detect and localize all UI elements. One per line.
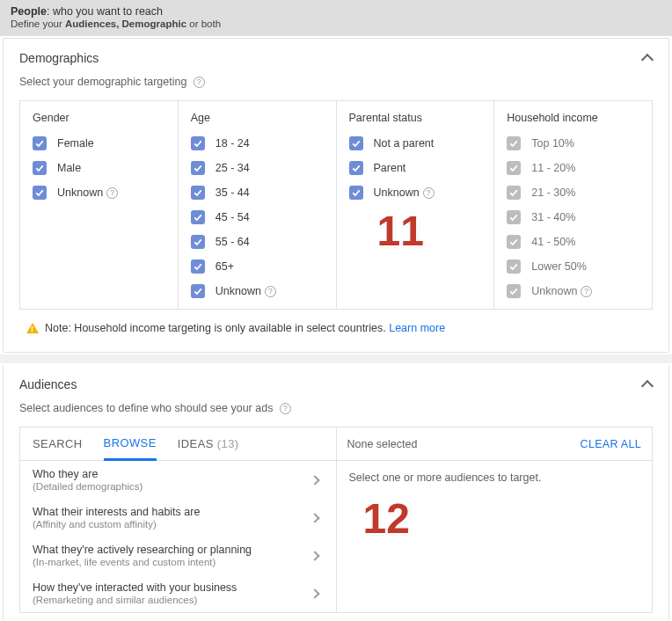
browse-item-title: What their interests and habits are xyxy=(33,506,200,518)
parental-option[interactable]: Unknown? xyxy=(349,186,482,200)
help-icon[interactable]: ? xyxy=(280,403,291,414)
audiences-card: Audiences Select audiences to define who… xyxy=(3,365,669,621)
chevron-right-icon xyxy=(310,551,319,560)
parental-option[interactable]: Parent xyxy=(349,161,482,175)
browse-item-subtitle: (Detailed demographics) xyxy=(33,481,142,492)
age-option[interactable]: 25 - 34 xyxy=(191,161,324,175)
help-icon[interactable]: ? xyxy=(265,286,276,297)
help-icon[interactable]: ? xyxy=(423,187,435,199)
clear-all-button[interactable]: CLEAR ALL xyxy=(581,438,641,450)
collapse-icon[interactable] xyxy=(642,379,653,390)
option-label: Female xyxy=(57,137,94,150)
annotation-12: 12 xyxy=(363,494,410,543)
browse-item-subtitle: (Affinity and custom affinity) xyxy=(33,519,200,530)
option-label: 31 - 40% xyxy=(531,211,575,223)
checkbox-icon[interactable] xyxy=(191,186,205,200)
chevron-right-icon xyxy=(310,588,319,598)
annotation-11: 11 xyxy=(377,207,424,255)
help-icon[interactable]: ? xyxy=(581,286,592,297)
age-option[interactable]: Unknown? xyxy=(191,284,324,298)
checkbox-icon[interactable] xyxy=(191,161,205,175)
checkbox-icon[interactable] xyxy=(191,284,205,298)
browse-item-title: How they've interacted with your busines… xyxy=(33,581,237,594)
demographics-grid: Gender FemaleMaleUnknown? Age 18 - 2425 … xyxy=(19,100,653,310)
option-label: 11 - 20% xyxy=(531,162,575,174)
option-label: 25 - 34 xyxy=(215,162,250,174)
checkbox-icon[interactable] xyxy=(33,186,47,200)
browse-item-subtitle: (Remarketing and similar audiences) xyxy=(33,595,237,605)
note-text: Note: Household income targeting is only… xyxy=(45,322,389,334)
browse-item[interactable]: How they've interacted with your busines… xyxy=(20,574,336,612)
income-option: 41 - 50% xyxy=(507,235,639,249)
income-header: Household income xyxy=(507,112,639,124)
header-title-bold: People xyxy=(11,5,47,18)
checkbox-icon xyxy=(507,284,521,298)
browse-item[interactable]: What they're actively researching or pla… xyxy=(20,537,336,574)
age-option[interactable]: 55 - 64 xyxy=(191,235,324,249)
option-label: Unknown xyxy=(215,285,261,297)
demographics-title: Demographics xyxy=(19,51,99,65)
income-column: Household income Top 10%11 - 20%21 - 30%… xyxy=(494,101,652,309)
option-label: Unknown xyxy=(374,186,420,199)
help-icon[interactable]: ? xyxy=(194,77,205,88)
gender-option[interactable]: Male xyxy=(33,161,165,175)
browse-item[interactable]: Who they are(Detailed demographics) xyxy=(20,461,336,499)
parental-option[interactable]: Not a parent xyxy=(349,136,482,150)
checkbox-icon[interactable] xyxy=(349,161,363,175)
browse-item-title: What they're actively researching or pla… xyxy=(33,544,252,556)
gender-option[interactable]: Female xyxy=(33,136,165,150)
demographics-card: Demographics Select your demographic tar… xyxy=(3,38,669,353)
tab-ideas[interactable]: IDEAS(13) xyxy=(178,427,239,460)
browse-item[interactable]: What their interests and habits are(Affi… xyxy=(20,499,336,537)
checkbox-icon xyxy=(507,259,521,274)
option-label: 65+ xyxy=(215,260,234,273)
checkbox-icon[interactable] xyxy=(191,235,205,249)
browse-list: Who they are(Detailed demographics)What … xyxy=(20,461,336,612)
learn-more-link[interactable]: Learn more xyxy=(389,322,445,334)
age-option[interactable]: 65+ xyxy=(191,259,324,274)
tab-search[interactable]: SEARCH xyxy=(33,427,83,460)
header-subtitle: Define your Audiences, Demographic or bo… xyxy=(11,18,661,29)
checkbox-icon[interactable] xyxy=(191,210,205,224)
checkbox-icon[interactable] xyxy=(349,136,363,150)
people-header: People: who you want to reach Define you… xyxy=(0,0,672,36)
option-label: 18 - 24 xyxy=(215,137,250,150)
checkbox-icon[interactable] xyxy=(191,136,205,150)
demographics-subtitle: Select your demographic targeting ? xyxy=(19,76,653,88)
age-option[interactable]: 18 - 24 xyxy=(191,136,324,150)
parental-column: Parental status Not a parentParentUnknow… xyxy=(337,101,495,309)
header-title: People: who you want to reach xyxy=(11,5,661,18)
checkbox-icon[interactable] xyxy=(33,136,47,150)
checkbox-icon[interactable] xyxy=(349,186,363,200)
none-selected-label: None selected xyxy=(347,438,418,450)
audiences-left-panel: SEARCH BROWSE IDEAS(13) Who they are(Det… xyxy=(20,427,337,612)
help-icon[interactable]: ? xyxy=(106,187,118,199)
age-option[interactable]: 35 - 44 xyxy=(191,186,324,200)
empty-state-message: Select one or more audiences to target. xyxy=(337,461,653,494)
option-label: 41 - 50% xyxy=(531,236,575,248)
tab-browse[interactable]: BROWSE xyxy=(104,428,157,461)
demographics-header-row[interactable]: Demographics xyxy=(19,51,653,65)
age-header: Age xyxy=(191,112,324,124)
gender-option[interactable]: Unknown? xyxy=(33,186,165,200)
checkbox-icon xyxy=(507,136,521,150)
income-option: Top 10% xyxy=(507,136,639,150)
option-label: 35 - 44 xyxy=(215,186,250,199)
income-option: 31 - 40% xyxy=(507,210,639,224)
divider xyxy=(0,354,672,363)
option-label: Unknown xyxy=(57,186,103,199)
checkbox-icon xyxy=(507,161,521,175)
gender-column: Gender FemaleMaleUnknown? xyxy=(20,101,179,309)
audiences-header-row[interactable]: Audiences xyxy=(19,377,653,391)
audiences-box: SEARCH BROWSE IDEAS(13) Who they are(Det… xyxy=(19,427,653,613)
browse-item-title: Who they are xyxy=(33,468,142,480)
option-label: Top 10% xyxy=(531,137,574,150)
checkbox-icon[interactable] xyxy=(191,259,205,274)
income-note: Note: Household income targeting is only… xyxy=(19,313,653,338)
audiences-subtitle: Select audiences to define who should se… xyxy=(19,402,653,414)
option-label: 21 - 30% xyxy=(531,186,575,199)
collapse-icon[interactable] xyxy=(642,53,653,63)
header-title-rest: : who you want to reach xyxy=(47,5,163,18)
age-option[interactable]: 45 - 54 xyxy=(191,210,324,224)
checkbox-icon[interactable] xyxy=(33,161,47,175)
